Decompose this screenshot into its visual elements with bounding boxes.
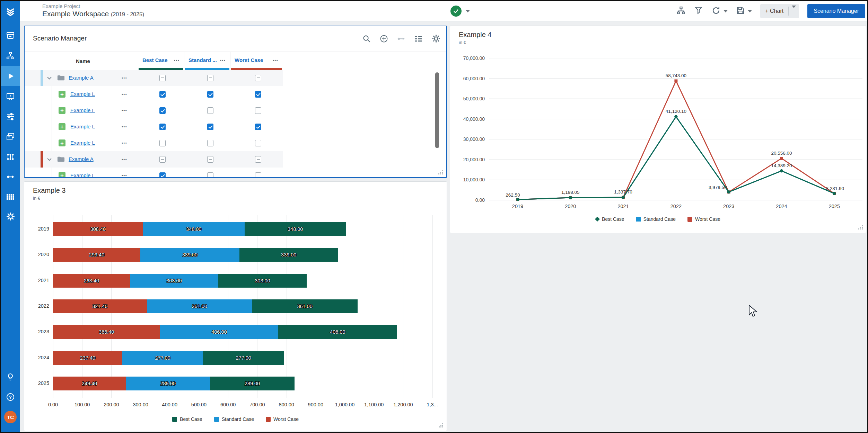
scenario-row[interactable]: +Example L••• <box>25 119 283 135</box>
bar-segment[interactable]: 348.00 <box>143 222 245 236</box>
bar-segment[interactable]: 406.00 <box>278 325 397 339</box>
scenario-column-link[interactable]: Worst Case <box>235 57 263 63</box>
archive-icon[interactable] <box>1 26 20 46</box>
row-menu-button[interactable]: ••• <box>122 108 127 112</box>
flow-icon[interactable] <box>1 167 20 187</box>
add-node-icon[interactable]: + <box>59 172 65 178</box>
column-menu-button[interactable]: ••• <box>220 58 226 62</box>
chevron-down-icon[interactable] <box>47 157 52 163</box>
scenario-column-link[interactable]: Best Case <box>142 57 168 63</box>
bar-segment[interactable]: 406.00 <box>160 325 279 339</box>
legend-item[interactable]: Worst Case <box>687 216 720 222</box>
legend-item[interactable]: Standard Case <box>214 416 254 422</box>
add-node-icon[interactable]: + <box>59 139 65 146</box>
row-menu-button[interactable]: ••• <box>122 76 127 80</box>
scenario-checkbox[interactable] <box>207 140 213 146</box>
bar-segment[interactable]: 303.00 <box>218 274 307 288</box>
add-chart-caret-icon[interactable] <box>789 8 799 14</box>
save-icon[interactable] <box>736 6 745 16</box>
scenario-checkbox[interactable] <box>207 75 213 81</box>
bar-segment[interactable]: 339.00 <box>140 248 239 262</box>
scenario-checkbox[interactable] <box>207 107 213 114</box>
column-menu-button[interactable]: ••• <box>273 58 278 62</box>
bar-segment[interactable]: 308.40 <box>53 222 143 236</box>
scenario-node-link[interactable]: Example L <box>70 124 95 129</box>
scenario-row[interactable]: +Example L••• <box>25 168 283 178</box>
bar-segment[interactable]: 263.40 <box>53 274 130 288</box>
scenario-node-link[interactable]: Example L <box>70 140 95 146</box>
help-icon[interactable]: ? <box>1 387 20 407</box>
save-caret-icon[interactable] <box>748 10 752 12</box>
bar-segment[interactable]: 277.00 <box>122 351 203 365</box>
sliders-icon[interactable] <box>1 107 20 127</box>
status-check-icon[interactable] <box>450 6 462 17</box>
hierarchy-icon[interactable] <box>1 46 20 66</box>
jump-icon[interactable] <box>397 34 406 45</box>
add-icon[interactable] <box>379 34 388 45</box>
refresh-icon[interactable] <box>711 6 721 17</box>
filter-icon[interactable] <box>694 6 703 16</box>
scenario-node-link[interactable]: Example L <box>70 107 95 113</box>
row-menu-button[interactable]: ••• <box>122 173 127 178</box>
legend-item[interactable]: Best Case <box>596 216 624 222</box>
add-chart-button[interactable]: + Chart <box>760 4 799 18</box>
legend-item[interactable]: Standard Case <box>636 216 676 222</box>
scenario-checkbox[interactable] <box>159 91 166 98</box>
row-menu-button[interactable]: ••• <box>122 125 127 129</box>
scenario-node-link[interactable]: Example A <box>69 156 94 162</box>
scenario-checkbox[interactable] <box>255 107 261 114</box>
bar-segment[interactable]: 321.40 <box>53 299 147 313</box>
scenario-checkbox[interactable] <box>255 91 261 98</box>
scenario-checkbox[interactable] <box>207 124 213 130</box>
scenario-column-link[interactable]: Standard ... <box>188 57 217 63</box>
scenario-checkbox[interactable] <box>255 156 261 163</box>
bar-segment[interactable]: 289.00 <box>126 377 210 390</box>
scenario-node-link[interactable]: Example A <box>69 75 94 81</box>
scenario-row[interactable]: +Example L••• <box>25 102 283 119</box>
scenario-checkbox[interactable] <box>255 172 261 178</box>
bar-segment[interactable]: 303.00 <box>130 274 218 288</box>
scenario-manager-button[interactable]: Scenario Manager <box>807 4 865 18</box>
sidebar-item-simulation[interactable] <box>1 66 20 86</box>
bar-segment[interactable]: 299.40 <box>53 248 140 262</box>
row-menu-button[interactable]: ••• <box>122 92 127 96</box>
bar-segment[interactable]: 361.00 <box>252 299 358 313</box>
scenario-column-header[interactable]: Standard ...••• <box>184 52 230 68</box>
scenario-column-header[interactable]: Best Case••• <box>138 52 184 68</box>
scenario-checkbox[interactable] <box>159 156 166 163</box>
add-node-icon[interactable]: + <box>59 123 65 130</box>
scenario-node-link[interactable]: Example L <box>70 91 95 97</box>
settings-icon[interactable] <box>431 34 441 45</box>
scenario-checkbox[interactable] <box>207 172 213 178</box>
bar-segment[interactable]: 277.00 <box>203 351 284 365</box>
bar-segment[interactable]: 361.00 <box>147 299 252 313</box>
bar-segment[interactable]: 366.40 <box>53 325 160 339</box>
app-logo-icon[interactable] <box>1 2 20 22</box>
row-menu-button[interactable]: ••• <box>122 141 127 145</box>
scenario-checkbox[interactable] <box>207 156 213 163</box>
legend-item[interactable]: Best Case <box>172 416 202 422</box>
scenario-node-link[interactable]: Example L <box>70 172 95 178</box>
legend-item[interactable]: Worst Case <box>266 416 299 422</box>
scenario-checkbox[interactable] <box>255 124 261 130</box>
scrollbar-thumb[interactable] <box>435 72 439 148</box>
bar-segment[interactable]: 249.40 <box>53 377 126 390</box>
lightbulb-icon[interactable] <box>1 367 20 387</box>
scenario-checkbox[interactable] <box>159 75 166 81</box>
sitemap-icon[interactable] <box>676 6 686 17</box>
windows-icon[interactable] <box>1 127 20 147</box>
column-menu-button[interactable]: ••• <box>174 58 179 62</box>
row-menu-button[interactable]: ••• <box>122 157 127 161</box>
scenario-row[interactable]: +Example L••• <box>25 135 283 152</box>
scenario-checkbox[interactable] <box>255 140 261 146</box>
refresh-caret-icon[interactable] <box>724 10 728 12</box>
resize-handle[interactable] <box>439 423 444 427</box>
scenario-checkbox[interactable] <box>159 107 166 114</box>
bar-segment[interactable]: 289.00 <box>210 377 294 390</box>
chevron-down-icon[interactable] <box>47 75 52 82</box>
scenario-checkbox[interactable] <box>159 124 166 130</box>
scenario-row[interactable]: +Example L••• <box>25 86 283 103</box>
scenario-checkbox[interactable] <box>207 91 213 98</box>
resize-handle[interactable] <box>438 170 443 174</box>
gear-icon[interactable] <box>1 206 20 226</box>
